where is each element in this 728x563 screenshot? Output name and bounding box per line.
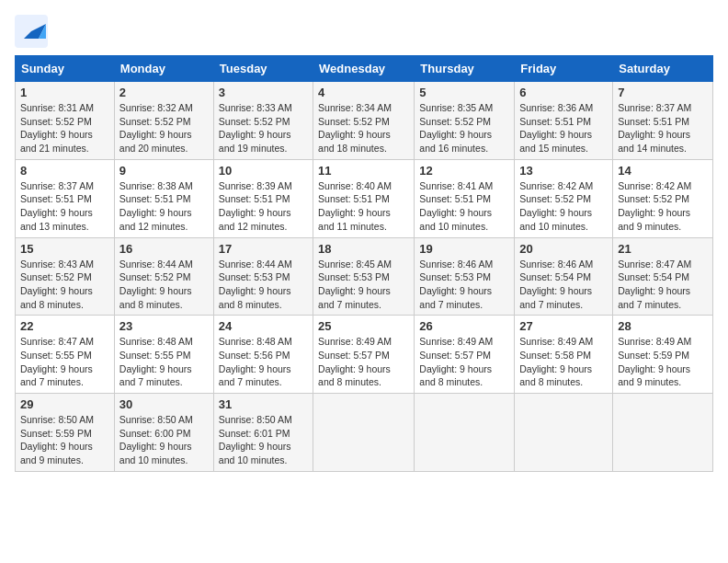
- calendar-cell: 17Sunrise: 8:44 AM Sunset: 5:53 PM Dayli…: [213, 237, 313, 316]
- day-info: Sunrise: 8:44 AM Sunset: 5:53 PM Dayligh…: [219, 258, 308, 312]
- day-number: 28: [618, 319, 708, 333]
- day-info: Sunrise: 8:42 AM Sunset: 5:52 PM Dayligh…: [519, 179, 608, 234]
- day-number: 14: [618, 164, 708, 178]
- calendar-cell: 15Sunrise: 8:43 AM Sunset: 5:52 PM Dayli…: [16, 237, 115, 316]
- day-info: Sunrise: 8:36 AM Sunset: 5:51 PM Dayligh…: [519, 101, 608, 155]
- weekday-header-sunday: Sunday: [16, 56, 115, 82]
- calendar-cell: 16Sunrise: 8:44 AM Sunset: 5:52 PM Dayli…: [114, 237, 213, 316]
- day-info: Sunrise: 8:34 AM Sunset: 5:52 PM Dayligh…: [318, 101, 409, 155]
- day-info: Sunrise: 8:42 AM Sunset: 5:52 PM Dayligh…: [618, 179, 708, 234]
- calendar-cell: 28Sunrise: 8:49 AM Sunset: 5:59 PM Dayli…: [613, 316, 713, 394]
- day-info: Sunrise: 8:37 AM Sunset: 5:51 PM Dayligh…: [618, 101, 708, 155]
- day-info: Sunrise: 8:44 AM Sunset: 5:52 PM Dayligh…: [119, 258, 209, 312]
- day-number: 23: [119, 319, 209, 333]
- week-row-3: 15Sunrise: 8:43 AM Sunset: 5:52 PM Dayli…: [16, 237, 713, 316]
- calendar-cell: 31Sunrise: 8:50 AM Sunset: 6:01 PM Dayli…: [213, 394, 313, 472]
- day-number: 22: [20, 319, 109, 333]
- calendar-cell: 9Sunrise: 8:38 AM Sunset: 5:51 PM Daylig…: [114, 159, 213, 237]
- day-number: 5: [419, 86, 509, 99]
- weekday-header-row: SundayMondayTuesdayWednesdayThursdayFrid…: [16, 56, 713, 82]
- day-info: Sunrise: 8:50 AM Sunset: 5:59 PM Dayligh…: [20, 413, 109, 467]
- calendar-cell: [313, 394, 415, 472]
- day-number: 11: [318, 164, 409, 178]
- day-number: 21: [618, 242, 708, 256]
- weekday-header-saturday: Saturday: [613, 56, 713, 82]
- calendar-cell: 26Sunrise: 8:49 AM Sunset: 5:57 PM Dayli…: [415, 316, 515, 394]
- day-number: 24: [219, 319, 308, 333]
- calendar-table: SundayMondayTuesdayWednesdayThursdayFrid…: [15, 55, 713, 472]
- week-row-4: 22Sunrise: 8:47 AM Sunset: 5:55 PM Dayli…: [16, 316, 713, 394]
- day-number: 29: [20, 397, 109, 411]
- calendar-cell: 11Sunrise: 8:40 AM Sunset: 5:51 PM Dayli…: [313, 159, 415, 237]
- day-info: Sunrise: 8:32 AM Sunset: 5:52 PM Dayligh…: [119, 101, 209, 155]
- day-info: Sunrise: 8:43 AM Sunset: 5:52 PM Dayligh…: [20, 258, 109, 312]
- calendar-cell: 4Sunrise: 8:34 AM Sunset: 5:52 PM Daylig…: [313, 82, 415, 160]
- calendar-cell: 24Sunrise: 8:48 AM Sunset: 5:56 PM Dayli…: [213, 316, 313, 394]
- day-number: 16: [119, 242, 209, 256]
- day-info: Sunrise: 8:35 AM Sunset: 5:52 PM Dayligh…: [419, 101, 509, 155]
- day-number: 6: [519, 86, 608, 99]
- calendar-cell: 5Sunrise: 8:35 AM Sunset: 5:52 PM Daylig…: [415, 82, 515, 160]
- week-row-5: 29Sunrise: 8:50 AM Sunset: 5:59 PM Dayli…: [16, 394, 713, 472]
- calendar-cell: 18Sunrise: 8:45 AM Sunset: 5:53 PM Dayli…: [313, 237, 415, 316]
- day-number: 17: [219, 242, 308, 256]
- day-info: Sunrise: 8:31 AM Sunset: 5:52 PM Dayligh…: [20, 101, 109, 155]
- day-info: Sunrise: 8:49 AM Sunset: 5:57 PM Dayligh…: [318, 335, 409, 389]
- calendar-cell: 12Sunrise: 8:41 AM Sunset: 5:51 PM Dayli…: [415, 159, 515, 237]
- weekday-header-tuesday: Tuesday: [213, 56, 313, 82]
- day-info: Sunrise: 8:48 AM Sunset: 5:56 PM Dayligh…: [219, 335, 308, 389]
- weekday-header-thursday: Thursday: [415, 56, 515, 82]
- calendar-cell: 19Sunrise: 8:46 AM Sunset: 5:53 PM Dayli…: [415, 237, 515, 316]
- day-number: 9: [119, 164, 209, 178]
- calendar-cell: 25Sunrise: 8:49 AM Sunset: 5:57 PM Dayli…: [313, 316, 415, 394]
- day-info: Sunrise: 8:49 AM Sunset: 5:59 PM Dayligh…: [618, 335, 708, 389]
- day-info: Sunrise: 8:49 AM Sunset: 5:58 PM Dayligh…: [519, 335, 608, 389]
- calendar-cell: 10Sunrise: 8:39 AM Sunset: 5:51 PM Dayli…: [213, 159, 313, 237]
- calendar-cell: 27Sunrise: 8:49 AM Sunset: 5:58 PM Dayli…: [515, 316, 613, 394]
- calendar-cell: 22Sunrise: 8:47 AM Sunset: 5:55 PM Dayli…: [16, 316, 115, 394]
- day-number: 30: [119, 397, 209, 411]
- day-number: 8: [20, 164, 109, 178]
- calendar-cell: 8Sunrise: 8:37 AM Sunset: 5:51 PM Daylig…: [16, 159, 115, 237]
- day-number: 20: [519, 242, 608, 256]
- weekday-header-friday: Friday: [515, 56, 613, 82]
- calendar-cell: 1Sunrise: 8:31 AM Sunset: 5:52 PM Daylig…: [16, 82, 115, 160]
- day-number: 3: [219, 86, 308, 99]
- calendar-cell: 14Sunrise: 8:42 AM Sunset: 5:52 PM Dayli…: [613, 159, 713, 237]
- week-row-1: 1Sunrise: 8:31 AM Sunset: 5:52 PM Daylig…: [16, 82, 713, 160]
- day-info: Sunrise: 8:50 AM Sunset: 6:01 PM Dayligh…: [219, 413, 308, 467]
- day-info: Sunrise: 8:39 AM Sunset: 5:51 PM Dayligh…: [219, 179, 308, 234]
- weekday-header-monday: Monday: [114, 56, 213, 82]
- calendar-cell: [613, 394, 713, 472]
- day-info: Sunrise: 8:41 AM Sunset: 5:51 PM Dayligh…: [419, 179, 509, 234]
- calendar-cell: 29Sunrise: 8:50 AM Sunset: 5:59 PM Dayli…: [16, 394, 115, 472]
- day-info: Sunrise: 8:37 AM Sunset: 5:51 PM Dayligh…: [20, 179, 109, 234]
- day-info: Sunrise: 8:46 AM Sunset: 5:54 PM Dayligh…: [519, 258, 608, 312]
- day-number: 18: [318, 242, 409, 256]
- header: [15, 15, 713, 48]
- calendar-cell: 2Sunrise: 8:32 AM Sunset: 5:52 PM Daylig…: [114, 82, 213, 160]
- day-info: Sunrise: 8:47 AM Sunset: 5:54 PM Dayligh…: [618, 258, 708, 312]
- calendar-cell: 6Sunrise: 8:36 AM Sunset: 5:51 PM Daylig…: [515, 82, 613, 160]
- week-row-2: 8Sunrise: 8:37 AM Sunset: 5:51 PM Daylig…: [16, 159, 713, 237]
- calendar-cell: 20Sunrise: 8:46 AM Sunset: 5:54 PM Dayli…: [515, 237, 613, 316]
- day-info: Sunrise: 8:40 AM Sunset: 5:51 PM Dayligh…: [318, 179, 409, 234]
- calendar-cell: 13Sunrise: 8:42 AM Sunset: 5:52 PM Dayli…: [515, 159, 613, 237]
- logo-icon: [15, 15, 48, 48]
- day-number: 12: [419, 164, 509, 178]
- calendar-cell: 21Sunrise: 8:47 AM Sunset: 5:54 PM Dayli…: [613, 237, 713, 316]
- logo: [15, 15, 51, 48]
- day-info: Sunrise: 8:33 AM Sunset: 5:52 PM Dayligh…: [219, 101, 308, 155]
- day-info: Sunrise: 8:46 AM Sunset: 5:53 PM Dayligh…: [419, 258, 509, 312]
- calendar-cell: 23Sunrise: 8:48 AM Sunset: 5:55 PM Dayli…: [114, 316, 213, 394]
- day-number: 31: [219, 397, 308, 411]
- calendar-cell: [415, 394, 515, 472]
- day-number: 13: [519, 164, 608, 178]
- calendar-cell: 3Sunrise: 8:33 AM Sunset: 5:52 PM Daylig…: [213, 82, 313, 160]
- weekday-header-wednesday: Wednesday: [313, 56, 415, 82]
- calendar-cell: 30Sunrise: 8:50 AM Sunset: 6:00 PM Dayli…: [114, 394, 213, 472]
- day-info: Sunrise: 8:50 AM Sunset: 6:00 PM Dayligh…: [119, 413, 209, 467]
- calendar-cell: [515, 394, 613, 472]
- day-info: Sunrise: 8:45 AM Sunset: 5:53 PM Dayligh…: [318, 258, 409, 312]
- day-info: Sunrise: 8:38 AM Sunset: 5:51 PM Dayligh…: [119, 179, 209, 234]
